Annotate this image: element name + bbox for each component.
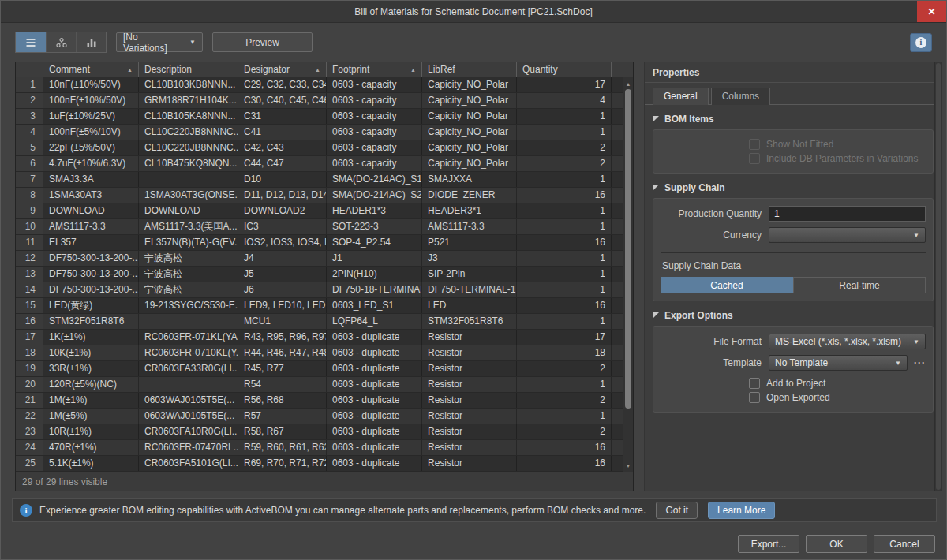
table-row[interactable]: 221M(±5%)0603WAJ0105T5E(...R570603 - dup… bbox=[16, 409, 623, 424]
got-it-button[interactable]: Got it bbox=[656, 502, 698, 519]
panel-scrollbar[interactable] bbox=[934, 62, 941, 491]
table-row[interactable]: 11EL357EL357N(B)(TA)-G(EV...IOS2, IOS3, … bbox=[16, 235, 623, 251]
section-export-options[interactable]: Export Options bbox=[645, 301, 941, 326]
table-row[interactable]: 2100nF(±10%/50V)GRM188R71H104K...C30, C4… bbox=[16, 93, 623, 109]
row-number-cell: 25 bbox=[16, 456, 43, 471]
table-cell: CR0603FA5101G(LI... bbox=[139, 456, 238, 471]
table-cell: 0603WAJ0105T5E(... bbox=[139, 393, 238, 408]
table-row[interactable]: 31uF(±10%/25V)CL10B105KA8NNN...C310603 -… bbox=[16, 109, 623, 125]
bom-list-view-button[interactable] bbox=[16, 32, 46, 52]
table-cell: DOWNLOAD bbox=[139, 203, 238, 218]
preview-button[interactable]: Preview bbox=[212, 32, 313, 52]
table-cell: 17 bbox=[517, 330, 612, 345]
header-cell-designator[interactable]: Designator▲ bbox=[238, 62, 327, 77]
table-row[interactable]: 12DF750-300-13-200-...宁波高松J4J1J31 bbox=[16, 251, 623, 267]
header-cell-quantity[interactable]: Quantity bbox=[517, 62, 612, 77]
variants-view-button[interactable] bbox=[46, 32, 76, 52]
table-row[interactable]: 2310R(±1%)CR0603FA10R0G(LI...R58, R67060… bbox=[16, 424, 623, 440]
add-to-project-checkbox[interactable] bbox=[749, 378, 760, 389]
include-db-parameters-checkbox[interactable] bbox=[749, 153, 760, 164]
cached-button[interactable]: Cached bbox=[661, 277, 793, 293]
table-row[interactable]: 81SMA30AT31SMA30AT3G(ONSE...D11, D12, D1… bbox=[16, 188, 623, 203]
scrollbar-thumb[interactable] bbox=[625, 89, 631, 409]
table-cell: J4 bbox=[238, 251, 327, 266]
tab-columns[interactable]: Columns bbox=[711, 88, 770, 105]
ok-button[interactable]: OK bbox=[806, 535, 867, 553]
table-cell-filler bbox=[612, 267, 623, 282]
header-cell-footprint[interactable]: Footprint▲ bbox=[327, 62, 422, 77]
table-cell-filler bbox=[612, 330, 623, 345]
table-cell: J1 bbox=[327, 251, 422, 266]
section-expanded-icon bbox=[653, 116, 659, 122]
table-cell: 1 bbox=[517, 282, 612, 297]
table-row[interactable]: 24470R(±1%)RC0603FR-07470RL...R59, R60, … bbox=[16, 440, 623, 456]
variations-dropdown[interactable]: [No Variations] ▼ bbox=[116, 32, 203, 52]
template-label: Template bbox=[661, 357, 762, 368]
header-cell-description[interactable]: Description bbox=[139, 62, 238, 77]
tab-general[interactable]: General bbox=[653, 88, 709, 105]
table-row[interactable]: 211M(±1%)0603WAJ0105T5E(...R56, R680603 … bbox=[16, 393, 623, 409]
row-number-cell: 24 bbox=[16, 440, 43, 455]
template-more-button[interactable]: ··· bbox=[914, 357, 926, 368]
table-cell: C44, C47 bbox=[238, 156, 327, 171]
section-bom-items[interactable]: BOM Items bbox=[645, 105, 941, 129]
header-cell-comment[interactable]: Comment▲ bbox=[43, 62, 139, 77]
table-row[interactable]: 1810K(±1%)RC0603FR-0710KL(Y...R44, R46, … bbox=[16, 345, 623, 361]
table-cell: R59, R60, R61, R62,... bbox=[238, 440, 327, 455]
table-cell: 10nF(±10%/50V) bbox=[43, 77, 139, 92]
table-row[interactable]: 14DF750-300-13-200-...宁波高松J6DF750-18-TER… bbox=[16, 282, 623, 298]
table-row[interactable]: 522pF(±5%/50V)CL10C220JB8NNNC...C42, C43… bbox=[16, 140, 623, 156]
file-format-dropdown[interactable]: MS-Excel (*.xls, *.xlsx, *.xlsm) ▼ bbox=[769, 334, 926, 349]
row-number-cell: 7 bbox=[16, 172, 43, 187]
table-row[interactable]: 15LED(黄绿)19-213SYGC/S530-E...LED9, LED10… bbox=[16, 298, 623, 314]
header-cell-libref[interactable]: LibRef bbox=[422, 62, 517, 77]
table-row[interactable]: 9DOWNLOADDOWNLOADDOWNLOAD2HEADER1*3HEADE… bbox=[16, 203, 623, 219]
row-number-cell: 17 bbox=[16, 330, 43, 345]
table-row[interactable]: 1933R(±1%)CR0603FA33R0G(LI...R45, R77060… bbox=[16, 361, 623, 377]
table-cell: Resistor bbox=[422, 440, 517, 455]
export-button[interactable]: Export... bbox=[738, 535, 799, 553]
table-row[interactable]: 13DF750-300-13-200-...宁波高松J52PIN(H10)SIP… bbox=[16, 267, 623, 282]
table-row[interactable]: 64.7uF(±10%/6.3V)CL10B475KQ8NQN...C44, C… bbox=[16, 156, 623, 172]
table-cell: 17 bbox=[517, 77, 612, 92]
table-cell: 0603 - capacity bbox=[327, 77, 422, 92]
table-cell: SMA(DO-214AC)_S1 bbox=[327, 172, 422, 187]
table-row[interactable]: 171K(±1%)RC0603FR-071KL(YA...R43, R95, R… bbox=[16, 330, 623, 345]
cancel-button[interactable]: Cancel bbox=[874, 535, 935, 553]
table-row[interactable]: 10AMS1117-3.3AMS1117-3.3(美国A...IC3SOT-22… bbox=[16, 219, 623, 235]
currency-dropdown[interactable]: ▼ bbox=[769, 227, 926, 243]
table-row[interactable]: 110nF(±10%/50V)CL10B103KB8NNN...C29, C32… bbox=[16, 77, 623, 93]
table-cell: AMS1117-3.3 bbox=[43, 219, 139, 234]
table-cell: Resistor bbox=[422, 361, 517, 376]
table-row[interactable]: 7SMAJ3.3AD10SMA(DO-214AC)_S1SMAJXXA1 bbox=[16, 172, 623, 188]
production-quantity-input[interactable] bbox=[769, 206, 926, 222]
table-cell: Resistor bbox=[422, 377, 517, 392]
chart-view-button[interactable] bbox=[76, 32, 106, 52]
table-cell-filler bbox=[612, 440, 623, 455]
chevron-down-icon: ▼ bbox=[189, 39, 196, 46]
show-not-fitted-checkbox[interactable] bbox=[749, 139, 760, 150]
chevron-down-icon: ▼ bbox=[895, 360, 901, 367]
chevron-down-icon: ▼ bbox=[913, 232, 919, 239]
realtime-button[interactable]: Real-time bbox=[793, 277, 926, 293]
table-row[interactable]: 16STM32F051R8T6MCU1LQFP64_LSTM32F051R8T6… bbox=[16, 314, 623, 330]
close-button[interactable]: ✕ bbox=[917, 1, 946, 22]
template-row: Template No Template ▼ ··· bbox=[661, 355, 926, 371]
scroll-up-icon[interactable]: ▲ bbox=[623, 78, 633, 89]
table-cell: 1 bbox=[517, 267, 612, 282]
open-exported-checkbox[interactable] bbox=[749, 392, 760, 403]
table-row[interactable]: 255.1K(±1%)CR0603FA5101G(LI...R69, R70, … bbox=[16, 456, 623, 472]
panel-scrollbar-thumb[interactable] bbox=[936, 63, 941, 490]
header-cell-filler bbox=[612, 62, 633, 77]
learn-more-button[interactable]: Learn More bbox=[708, 502, 775, 519]
table-row[interactable]: 20120R(±5%)(NC)R540603 - duplicateResist… bbox=[16, 377, 623, 393]
scroll-down-icon[interactable]: ▼ bbox=[623, 460, 633, 471]
vertical-scrollbar[interactable]: ▲ ▼ bbox=[623, 77, 633, 472]
template-dropdown[interactable]: No Template ▼ bbox=[769, 355, 908, 371]
table-cell: 33R(±1%) bbox=[43, 361, 139, 376]
table-cell: Capicity_NO_Polar bbox=[422, 125, 517, 140]
header-cell-index[interactable] bbox=[16, 62, 43, 77]
section-supply-chain[interactable]: Supply Chain bbox=[645, 174, 941, 198]
info-button[interactable]: i bbox=[910, 33, 932, 52]
table-row[interactable]: 4100nF(±5%/10V)CL10C220JB8NNNC...C410603… bbox=[16, 125, 623, 140]
